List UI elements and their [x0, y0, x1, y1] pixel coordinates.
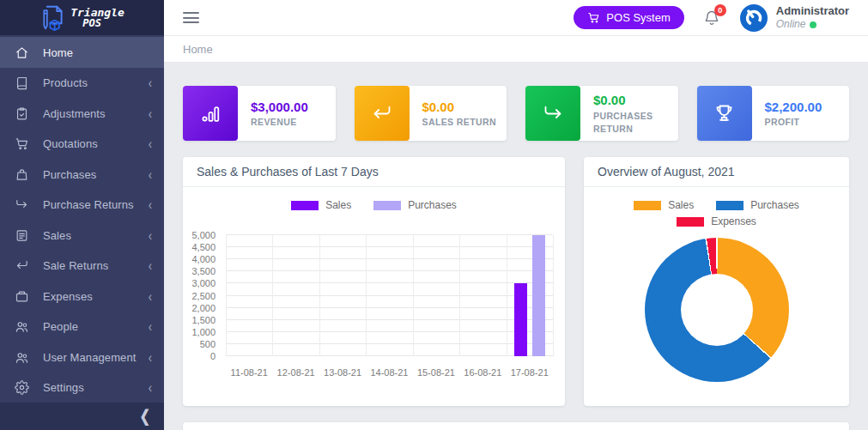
panel-header: Overview of August, 2021: [584, 157, 849, 187]
donut-ring: [645, 238, 789, 382]
stat-value: $0.00: [593, 91, 678, 110]
corner-down-right-icon: [525, 86, 580, 141]
topbar: POS System 0: [164, 0, 868, 36]
chevron-left-icon: ‹: [149, 380, 152, 396]
legend-item-sales[interactable]: Sales: [634, 199, 694, 211]
y-axis: 05001,0001,5002,0002,5003,0003,5004,0004…: [183, 235, 221, 356]
stat-value: $0.00: [422, 98, 496, 117]
legend-item-sales[interactable]: Sales: [291, 199, 351, 211]
legend-swatch: [677, 217, 704, 227]
sidebar-menu: HomeProducts‹Adjustments‹Quotations‹Purc…: [0, 35, 164, 403]
sidebar-item-label: Products: [43, 76, 149, 89]
user-name: Administrator: [776, 4, 849, 18]
stat-label: PURCHASES RETURN: [593, 110, 678, 136]
sidebar-item-products[interactable]: Products‹: [0, 68, 164, 99]
chart-legend: SalesPurchases: [584, 187, 849, 211]
bar-chart-panel: Sales & Purchases of Last 7 Days SalesPu…: [183, 157, 565, 406]
bar-chart-icon: [183, 86, 238, 141]
cart-icon: [15, 136, 29, 151]
bar-purchases: [532, 235, 545, 356]
breadcrumb-home[interactable]: Home: [183, 43, 213, 56]
y-tick-label: 3,000: [191, 278, 215, 288]
y-tick-label: 0: [210, 351, 215, 361]
brand-logo[interactable]: Triangle POS: [0, 0, 164, 35]
chevron-left-icon[interactable]: ❮: [139, 407, 150, 427]
sidebar: Triangle POS HomeProducts‹Adjustments‹Qu…: [0, 0, 164, 430]
sidebar-item-people[interactable]: People‹: [0, 312, 164, 342]
legend-item-purchases[interactable]: Purchases: [373, 199, 457, 211]
sidebar-item-label: Adjustments: [43, 107, 149, 120]
sidebar-item-sales[interactable]: Sales‹: [0, 220, 164, 251]
sidebar-item-user-management[interactable]: User Management‹: [0, 342, 164, 372]
sidebar-item-quotations[interactable]: Quotations‹: [0, 129, 164, 160]
sidebar-item-label: Purchase Returns: [43, 198, 149, 211]
cart-icon: [587, 11, 600, 24]
gridline: [553, 235, 554, 356]
chevron-left-icon: ‹: [149, 106, 152, 121]
stat-value: $2,200.00: [765, 98, 822, 117]
donut-hole: [681, 274, 753, 346]
stat-card-purchases-return: $0.00PURCHASES RETURN: [525, 86, 678, 141]
stat-value: $3,000.00: [251, 98, 308, 117]
bar-group-16-08-21: [459, 235, 506, 356]
legend-item-expenses[interactable]: Expenses: [677, 215, 756, 227]
legend-item-purchases[interactable]: Purchases: [716, 199, 799, 211]
sidebar-item-settings[interactable]: Settings‹: [0, 372, 164, 403]
notifications-button[interactable]: 0: [703, 9, 720, 27]
pos-system-button[interactable]: POS System: [574, 6, 683, 29]
chevron-left-icon: ‹: [149, 167, 152, 182]
legend-label: Sales: [325, 199, 351, 211]
stat-label: PROFIT: [765, 116, 822, 129]
bar-chart-title: Sales & Purchases of Last 7 Days: [197, 165, 379, 179]
stat-card-revenue: $3,000.00REVENUE: [183, 86, 336, 141]
wallet-icon: [15, 289, 29, 304]
legend-swatch: [634, 201, 661, 210]
chevron-left-icon: ‹: [149, 319, 152, 335]
y-tick-label: 4,000: [191, 254, 215, 264]
bar-group-12-08-21: [272, 235, 319, 356]
sidebar-footer: ❮: [0, 403, 164, 430]
panel-header: Sales & Purchases of Last 7 Days: [183, 157, 565, 187]
legend-label: Purchases: [750, 199, 799, 211]
x-tick-label: 16-08-21: [459, 367, 506, 378]
stat-card-text: $0.00PURCHASES RETURN: [580, 91, 678, 136]
legend-swatch: [716, 201, 744, 210]
content: $3,000.00REVENUE$0.00SALES RETURN$0.00PU…: [164, 63, 868, 430]
bar-group-13-08-21: [319, 235, 366, 356]
partial-card: [183, 422, 849, 430]
sidebar-item-adjustments[interactable]: Adjustments‹: [0, 98, 164, 129]
stat-label: SALES RETURN: [422, 116, 496, 129]
bar-group-15-08-21: [413, 235, 459, 356]
user-menu[interactable]: Administrator Online: [739, 3, 849, 33]
sidebar-item-expenses[interactable]: Expenses‹: [0, 281, 164, 312]
sidebar-item-sale-returns[interactable]: Sale Returns‹: [0, 251, 164, 282]
sidebar-item-home[interactable]: Home: [0, 37, 164, 68]
chevron-left-icon: ‹: [149, 136, 152, 152]
menu-icon[interactable]: [183, 12, 199, 23]
notification-badge: 0: [714, 4, 726, 16]
breadcrumb: Home: [164, 36, 868, 63]
y-tick-label: 1,000: [191, 327, 215, 337]
y-tick-label: 4,500: [191, 242, 215, 252]
stat-label: REVENUE: [251, 116, 308, 129]
sidebar-item-purchases[interactable]: Purchases‹: [0, 159, 164, 190]
x-tick-label: 13-08-21: [319, 367, 366, 378]
x-tick-label: 17-08-21: [507, 367, 553, 378]
sidebar-item-label: Purchases: [43, 168, 149, 181]
sidebar-item-label: People: [43, 320, 149, 333]
y-tick-label: 3,500: [191, 266, 215, 276]
users-icon: [15, 350, 29, 365]
user-status: Online: [776, 18, 849, 31]
x-tick-label: 12-08-21: [272, 367, 319, 378]
online-dot: [810, 21, 816, 28]
clipboard-check-icon: [15, 106, 29, 121]
legend-label: Sales: [668, 199, 694, 211]
sidebar-item-label: Settings: [43, 381, 149, 394]
y-tick-label: 1,500: [191, 315, 215, 325]
charts-row: Sales & Purchases of Last 7 Days SalesPu…: [183, 157, 849, 406]
users-icon: [15, 319, 29, 334]
donut-chart-panel: Overview of August, 2021 SalesPurchasesE…: [584, 157, 849, 406]
chevron-left-icon: ‹: [149, 197, 152, 213]
corner-down-left-icon: [15, 258, 29, 273]
sidebar-item-purchase-returns[interactable]: Purchase Returns‹: [0, 190, 164, 221]
